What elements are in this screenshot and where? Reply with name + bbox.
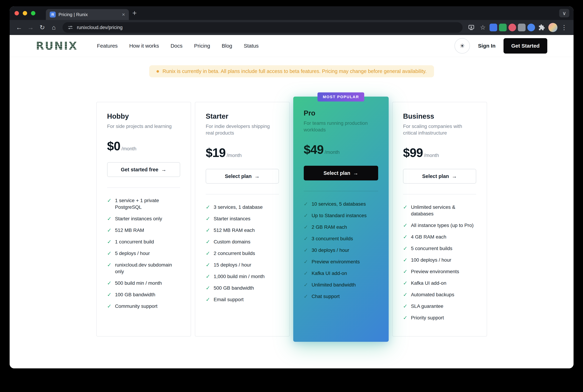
browser-menu-icon[interactable]: ⋮ bbox=[559, 22, 569, 32]
minimize-window-button[interactable] bbox=[23, 11, 27, 16]
plan-name: Hobby bbox=[107, 112, 180, 120]
feature-item: ✓Starter instances only bbox=[107, 216, 180, 222]
runix-logo[interactable]: RUNIX bbox=[36, 40, 78, 52]
extensions-puzzle-icon[interactable] bbox=[537, 22, 546, 32]
banner-dot-icon bbox=[157, 70, 159, 72]
get-started-free-button[interactable]: Get started free → bbox=[107, 162, 180, 177]
feature-item: ✓Unlimited bandwidth bbox=[304, 282, 378, 288]
check-icon: ✓ bbox=[206, 204, 210, 210]
plan-name: Business bbox=[403, 112, 476, 120]
check-icon: ✓ bbox=[107, 292, 112, 298]
select-plan-button-pro[interactable]: Select plan → bbox=[304, 166, 378, 180]
feature-text: Email support bbox=[214, 296, 244, 303]
arrow-right-icon: → bbox=[254, 173, 260, 179]
feature-item: ✓512 MB RAM each bbox=[206, 227, 279, 234]
page-content: RUNIX FeaturesHow it worksDocsPricingBlo… bbox=[10, 35, 573, 368]
feature-item: ✓10 services, 5 databases bbox=[304, 201, 378, 208]
feature-text: 5 concurrent builds bbox=[411, 245, 452, 252]
feature-item: ✓15 deploys / hour bbox=[206, 262, 279, 268]
feature-text: 100 deploys / hour bbox=[411, 257, 451, 264]
get-started-button[interactable]: Get Started bbox=[503, 38, 547, 54]
close-window-button[interactable] bbox=[15, 11, 19, 16]
check-icon: ✓ bbox=[107, 250, 112, 257]
feature-item: ✓Custom domains bbox=[206, 238, 279, 245]
plan-description: For teams running production workloads bbox=[304, 120, 378, 133]
feature-text: 10 services, 5 databases bbox=[312, 201, 366, 208]
nav-item-blog[interactable]: Blog bbox=[222, 43, 232, 49]
extension-icon-1[interactable] bbox=[489, 24, 497, 31]
extension-icon-5[interactable] bbox=[527, 24, 535, 31]
check-icon: ✓ bbox=[403, 204, 407, 210]
new-tab-button[interactable]: + bbox=[132, 9, 137, 17]
feature-item: ✓Kafka UI add-on bbox=[403, 280, 476, 286]
extension-icon-2[interactable] bbox=[499, 24, 507, 31]
feature-item: ✓1 service + 1 private PostgreSQL bbox=[107, 197, 180, 210]
feature-item: ✓2 concurrent builds bbox=[206, 250, 279, 257]
feature-text: Up to Standard instances bbox=[312, 212, 367, 219]
tab-strip: R Pricing | Runix × + ∨ bbox=[10, 6, 573, 20]
nav-item-features[interactable]: Features bbox=[97, 43, 118, 49]
feature-text: 4 GB RAM each bbox=[411, 234, 446, 240]
tab-search-chevron-icon[interactable]: ∨ bbox=[559, 9, 569, 17]
back-button[interactable]: ← bbox=[14, 22, 24, 32]
bookmark-star-icon[interactable]: ☆ bbox=[478, 22, 488, 32]
check-icon: ✓ bbox=[304, 270, 308, 277]
tab-favicon: R bbox=[50, 12, 56, 18]
extension-icon-3[interactable] bbox=[508, 24, 516, 31]
check-icon: ✓ bbox=[304, 282, 308, 288]
check-icon: ✓ bbox=[107, 262, 112, 268]
feature-text: Chat support bbox=[312, 293, 340, 300]
browser-tab[interactable]: R Pricing | Runix × bbox=[46, 9, 129, 20]
check-icon: ✓ bbox=[107, 197, 112, 204]
maximize-window-button[interactable] bbox=[31, 11, 35, 16]
home-button[interactable]: ⌂ bbox=[49, 22, 59, 32]
divider bbox=[403, 194, 476, 194]
nav-item-docs[interactable]: Docs bbox=[171, 43, 182, 49]
url-text: runixcloud.dev/pricing bbox=[77, 25, 123, 30]
nav-item-how-it-works[interactable]: How it works bbox=[129, 43, 159, 49]
feature-text: 500 GB bandwidth bbox=[214, 285, 254, 292]
feature-item: ✓SLA guarantee bbox=[403, 303, 476, 310]
check-icon: ✓ bbox=[304, 258, 308, 265]
arrow-right-icon: → bbox=[353, 170, 358, 176]
reload-button[interactable]: ↻ bbox=[37, 22, 47, 32]
check-icon: ✓ bbox=[403, 234, 407, 240]
feature-text: Preview environments bbox=[312, 258, 360, 265]
divider bbox=[107, 188, 180, 188]
sun-icon: ☀ bbox=[459, 42, 465, 49]
feature-item: ✓Chat support bbox=[304, 293, 378, 300]
window-controls bbox=[15, 11, 35, 16]
feature-text: Automated backups bbox=[411, 292, 454, 298]
tab-close-icon[interactable]: × bbox=[122, 12, 125, 17]
feature-text: 3 concurrent builds bbox=[312, 235, 353, 242]
arrow-right-icon: → bbox=[161, 166, 166, 172]
pricing-grid: Hobby For side projects and learning $0 … bbox=[96, 102, 487, 336]
nav-item-pricing[interactable]: Pricing bbox=[194, 43, 210, 49]
check-icon: ✓ bbox=[304, 293, 308, 300]
feature-text: Priority support bbox=[411, 314, 444, 321]
forward-button[interactable]: → bbox=[26, 22, 36, 32]
check-icon: ✓ bbox=[403, 303, 407, 310]
feature-item: ✓runixcloud.dev subdomain only bbox=[107, 262, 180, 275]
feature-text: 1 concurrent build bbox=[115, 238, 154, 245]
install-app-icon[interactable] bbox=[466, 22, 476, 32]
feature-text: Unlimited services & databases bbox=[411, 204, 476, 217]
select-plan-button-starter[interactable]: Select plan → bbox=[206, 169, 279, 184]
feature-item: ✓1,000 build min / month bbox=[206, 273, 279, 280]
feature-text: Preview environments bbox=[411, 268, 459, 275]
feature-item: ✓30 deploys / hour bbox=[304, 247, 378, 254]
check-icon: ✓ bbox=[107, 280, 112, 286]
feature-list: ✓1 service + 1 private PostgreSQL✓Starte… bbox=[107, 197, 180, 314]
sign-in-link[interactable]: Sign In bbox=[478, 43, 495, 49]
site-info-icon[interactable] bbox=[68, 24, 73, 30]
profile-avatar[interactable] bbox=[548, 23, 557, 32]
theme-toggle-button[interactable]: ☀ bbox=[454, 38, 470, 54]
feature-text: 2 GB RAM each bbox=[312, 224, 347, 230]
extension-icon-4[interactable] bbox=[518, 24, 525, 31]
nav-item-status[interactable]: Status bbox=[244, 43, 259, 49]
address-bar[interactable]: runixcloud.dev/pricing bbox=[63, 22, 462, 33]
select-plan-button-business[interactable]: Select plan → bbox=[403, 169, 476, 184]
feature-list: ✓Unlimited services & databases✓All inst… bbox=[403, 204, 476, 326]
check-icon: ✓ bbox=[206, 285, 210, 292]
tab-title: Pricing | Runix bbox=[59, 12, 119, 17]
